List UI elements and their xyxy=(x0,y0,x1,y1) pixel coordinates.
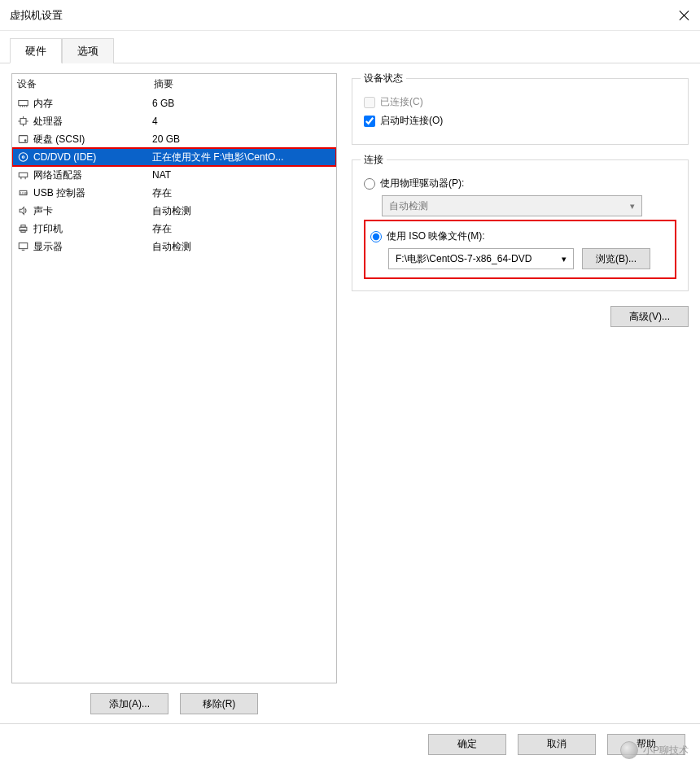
chevron-down-icon: ▾ xyxy=(630,201,635,212)
svg-point-13 xyxy=(22,156,24,159)
connected-checkbox xyxy=(364,97,375,108)
hardware-row-summary: 4 xyxy=(152,116,333,127)
column-header-summary[interactable]: 摘要 xyxy=(154,77,331,91)
hardware-panel: 设备 摘要 内存6 GB处理器4硬盘 (SCSI)20 GBCD/DVD (ID… xyxy=(11,73,337,714)
svg-rect-5 xyxy=(20,119,26,124)
hardware-row-display[interactable]: 显示器自动检测 xyxy=(12,238,336,255)
titlebar: 虚拟机设置 xyxy=(0,0,700,31)
hardware-row-cpu[interactable]: 处理器4 xyxy=(12,112,336,130)
disk-icon xyxy=(15,133,30,146)
hardware-row-summary: 20 GB xyxy=(152,133,333,145)
dialog-footer: 确定 取消 帮助 xyxy=(0,723,700,764)
hardware-row-name: 内存 xyxy=(33,97,53,111)
hardware-row-name: CD/DVD (IDE) xyxy=(33,151,96,163)
hardware-row-sound[interactable]: 声卡自动检测 xyxy=(12,202,336,220)
hardware-row-memory[interactable]: 内存6 GB xyxy=(12,94,336,112)
svg-point-11 xyxy=(24,140,26,142)
hardware-row-name: 处理器 xyxy=(33,115,63,129)
sound-icon xyxy=(15,204,30,217)
device-status-legend: 设备状态 xyxy=(361,72,406,85)
hardware-row-name: 打印机 xyxy=(33,222,63,236)
connect-poweron-checkbox-row[interactable]: 启动时连接(O) xyxy=(364,114,676,128)
connected-label: 已连接(C) xyxy=(380,95,423,109)
connection-group: 连接 使用物理驱动器(P): 自动检测 ▾ 使用 ISO 映像文件(M): F:… xyxy=(352,159,689,291)
net-icon xyxy=(15,168,30,181)
hardware-row-net[interactable]: 网络适配器NAT xyxy=(12,166,336,184)
hardware-list-header: 设备 摘要 xyxy=(12,74,336,94)
use-iso-radio-row[interactable]: 使用 ISO 映像文件(M): xyxy=(370,229,670,243)
use-physical-label: 使用物理驱动器(P): xyxy=(380,177,464,190)
svg-rect-22 xyxy=(19,243,28,249)
cancel-button[interactable]: 取消 xyxy=(518,734,596,755)
hardware-row-summary: 自动检测 xyxy=(152,204,333,218)
help-button[interactable]: 帮助 xyxy=(607,734,685,755)
use-physical-radio[interactable] xyxy=(364,178,375,190)
svg-text:USB: USB xyxy=(20,191,28,195)
hardware-row-disk[interactable]: 硬盘 (SCSI)20 GB xyxy=(12,130,336,148)
connect-poweron-checkbox[interactable] xyxy=(364,116,375,127)
hardware-row-cd[interactable]: CD/DVD (IDE)正在使用文件 F:\电影\CentO... xyxy=(12,148,336,166)
printer-icon xyxy=(15,222,30,235)
connected-checkbox-row: 已连接(C) xyxy=(364,95,676,109)
connect-poweron-label: 启动时连接(O) xyxy=(380,114,443,128)
hardware-list: 设备 摘要 内存6 GB处理器4硬盘 (SCSI)20 GBCD/DVD (ID… xyxy=(11,73,337,683)
usb-icon: USB xyxy=(15,186,30,199)
browse-button[interactable]: 浏览(B)... xyxy=(582,248,650,269)
hardware-row-name: 硬盘 (SCSI) xyxy=(33,133,85,146)
hardware-row-summary: 正在使用文件 F:\电影\CentO... xyxy=(152,151,333,164)
cd-icon xyxy=(15,151,30,164)
device-status-group: 设备状态 已连接(C) 启动时连接(O) xyxy=(352,78,689,145)
chevron-down-icon[interactable]: ▾ xyxy=(562,254,567,264)
tab-strip: 硬件 选项 xyxy=(0,31,700,63)
iso-path-value: F:\电影\CentOS-7-x86_64-DVD xyxy=(396,252,532,266)
window-title: 虚拟机设置 xyxy=(10,8,679,23)
svg-point-12 xyxy=(19,153,28,162)
connection-legend: 连接 xyxy=(361,153,387,167)
physical-drive-combo: 自动检测 ▾ xyxy=(382,195,642,216)
ok-button[interactable]: 确定 xyxy=(428,734,506,755)
add-button[interactable]: 添加(A)... xyxy=(90,693,168,714)
svg-rect-14 xyxy=(19,172,28,177)
right-column: 设备状态 已连接(C) 启动时连接(O) 连接 使用物理驱动器(P): 自动检测… xyxy=(352,73,689,714)
hardware-row-name: USB 控制器 xyxy=(33,186,85,200)
tab-options[interactable]: 选项 xyxy=(62,38,114,63)
svg-rect-20 xyxy=(20,225,24,228)
hardware-row-summary: 6 GB xyxy=(152,98,333,109)
hardware-row-summary: 自动检测 xyxy=(152,240,333,254)
use-iso-radio[interactable] xyxy=(370,231,382,242)
memory-icon xyxy=(15,97,30,110)
tab-hardware[interactable]: 硬件 xyxy=(10,38,62,63)
hardware-row-name: 网络适配器 xyxy=(33,168,82,182)
hardware-buttons: 添加(A)... 移除(R) xyxy=(11,683,337,714)
hardware-row-summary: NAT xyxy=(152,169,333,181)
use-iso-label: 使用 ISO 映像文件(M): xyxy=(387,229,485,243)
hardware-row-usb[interactable]: USBUSB 控制器存在 xyxy=(12,184,336,202)
hardware-row-name: 显示器 xyxy=(33,240,63,254)
hardware-row-name: 声卡 xyxy=(33,204,53,218)
display-icon xyxy=(15,240,30,253)
close-icon[interactable] xyxy=(679,10,690,21)
cpu-icon xyxy=(15,115,30,128)
iso-path-combo[interactable]: F:\电影\CentOS-7-x86_64-DVD ▾ xyxy=(388,248,574,269)
remove-button[interactable]: 移除(R) xyxy=(180,693,258,714)
use-physical-radio-row[interactable]: 使用物理驱动器(P): xyxy=(364,177,676,190)
svg-rect-10 xyxy=(19,136,28,143)
hardware-row-summary: 存在 xyxy=(152,222,333,236)
physical-drive-value: 自动检测 xyxy=(389,199,428,213)
hardware-row-printer[interactable]: 打印机存在 xyxy=(12,220,336,238)
content-area: 设备 摘要 内存6 GB处理器4硬盘 (SCSI)20 GBCD/DVD (ID… xyxy=(0,63,700,714)
column-header-device[interactable]: 设备 xyxy=(17,77,154,91)
advanced-row: 高级(V)... xyxy=(352,301,689,327)
iso-highlight-box: 使用 ISO 映像文件(M): F:\电影\CentOS-7-x86_64-DV… xyxy=(364,220,676,279)
hardware-row-summary: 存在 xyxy=(152,186,333,200)
svg-rect-0 xyxy=(18,101,27,106)
advanced-button[interactable]: 高级(V)... xyxy=(610,306,689,327)
